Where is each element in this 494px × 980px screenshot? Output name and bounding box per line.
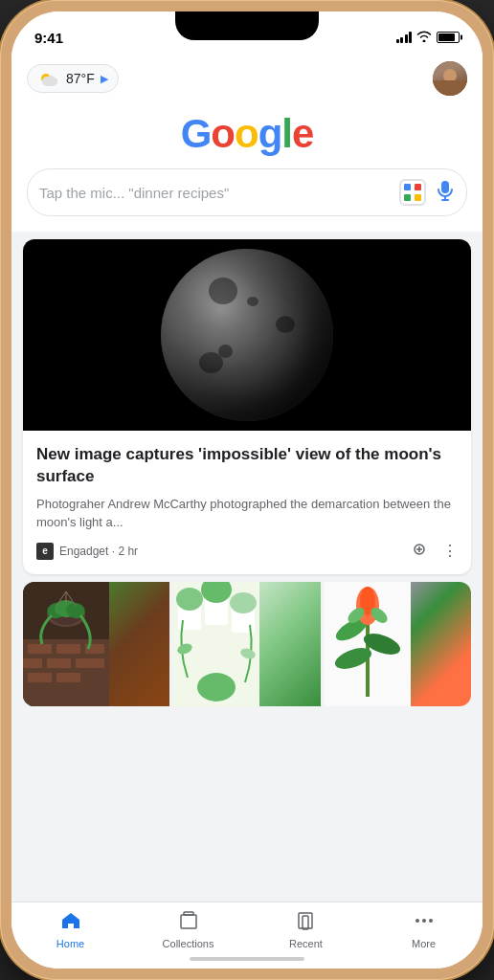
svg-point-51 bbox=[415, 919, 419, 923]
search-icons bbox=[399, 179, 455, 206]
phone-screen: 9:41 bbox=[11, 11, 483, 969]
wifi-icon bbox=[416, 30, 432, 45]
nav-home[interactable]: Home bbox=[11, 910, 129, 949]
plant-svg-3 bbox=[325, 582, 411, 706]
news-snippet: Photograher Andrew McCarthy photographed… bbox=[36, 496, 458, 532]
svg-point-52 bbox=[422, 919, 426, 923]
svg-rect-48 bbox=[184, 912, 193, 915]
svg-rect-17 bbox=[47, 658, 71, 668]
location-arrow-icon: ▶ bbox=[101, 73, 108, 85]
moon-crater-5 bbox=[247, 297, 258, 306]
plant-cards-row[interactable] bbox=[23, 582, 471, 706]
svg-point-53 bbox=[429, 919, 433, 923]
status-icons bbox=[396, 30, 460, 45]
avatar[interactable] bbox=[433, 61, 467, 96]
notch bbox=[175, 11, 319, 40]
news-content: New image captures 'impossible' view of … bbox=[23, 431, 471, 574]
lens-dot-tr bbox=[415, 184, 421, 190]
lens-dot-tl bbox=[404, 184, 411, 190]
plant-card-1[interactable] bbox=[23, 582, 169, 706]
google-logo-container: Google bbox=[11, 107, 483, 168]
content-area[interactable]: 87°F ▶ Google Tap the mic... "dinner rec… bbox=[11, 54, 483, 902]
top-bar: 87°F ▶ bbox=[11, 54, 483, 107]
nav-home-label: Home bbox=[56, 938, 84, 949]
moon-image bbox=[161, 249, 333, 421]
svg-rect-19 bbox=[28, 673, 52, 682]
google-logo: Google bbox=[181, 111, 314, 157]
signal-icon bbox=[396, 32, 413, 43]
home-indicator bbox=[190, 957, 304, 961]
phone-frame: 9:41 bbox=[0, 0, 494, 980]
svg-rect-47 bbox=[181, 915, 196, 928]
svg-rect-20 bbox=[56, 673, 80, 682]
nav-collections-label: Collections bbox=[163, 938, 214, 949]
svg-rect-13 bbox=[28, 644, 52, 654]
home-icon bbox=[60, 910, 81, 935]
battery-icon bbox=[437, 32, 460, 43]
moon-crater-4 bbox=[199, 352, 223, 373]
nav-recent[interactable]: Recent bbox=[247, 910, 365, 949]
google-letter-o1: o bbox=[211, 111, 235, 156]
search-bar-container: Tap the mic... "dinner recipes" bbox=[11, 168, 483, 232]
weather-widget[interactable]: 87°F ▶ bbox=[27, 64, 119, 93]
svg-rect-4 bbox=[46, 81, 55, 86]
news-actions: ⋮ bbox=[412, 542, 458, 561]
news-title: New image captures 'impossible' view of … bbox=[36, 444, 458, 488]
nav-collections[interactable]: Collections bbox=[129, 910, 247, 949]
search-bar[interactable]: Tap the mic... "dinner recipes" bbox=[27, 168, 467, 216]
avatar-image bbox=[433, 61, 467, 96]
signal-bar-4 bbox=[409, 32, 412, 43]
collections-icon bbox=[178, 910, 199, 935]
news-source: e Engadget · 2 hr bbox=[36, 543, 138, 560]
weather-temp: 87°F bbox=[66, 71, 95, 86]
nav-more[interactable]: More bbox=[365, 910, 483, 949]
svg-point-32 bbox=[176, 588, 203, 611]
svg-rect-5 bbox=[441, 181, 449, 193]
news-footer: e Engadget · 2 hr bbox=[36, 542, 458, 561]
weather-icon bbox=[37, 69, 60, 88]
moon-crater-1 bbox=[209, 278, 237, 304]
nav-recent-label: Recent bbox=[289, 938, 323, 949]
status-time: 9:41 bbox=[34, 30, 63, 46]
google-letter-o2: o bbox=[235, 111, 258, 156]
recent-icon bbox=[296, 910, 317, 935]
mic-icon[interactable] bbox=[436, 180, 455, 206]
moon-crater-2 bbox=[276, 316, 295, 333]
lens-dot-bl bbox=[404, 194, 411, 201]
svg-rect-18 bbox=[76, 658, 104, 668]
svg-point-34 bbox=[230, 592, 257, 613]
search-placeholder: Tap the mic... "dinner recipes" bbox=[39, 185, 392, 201]
source-icon: e bbox=[36, 543, 54, 560]
google-letter-e: e bbox=[292, 111, 313, 156]
nav-more-label: More bbox=[412, 938, 436, 949]
lens-dot-br bbox=[415, 194, 421, 201]
lens-icon[interactable] bbox=[399, 179, 426, 206]
google-letter-l: l bbox=[281, 111, 292, 156]
save-article-button[interactable] bbox=[412, 542, 427, 561]
svg-rect-16 bbox=[23, 658, 42, 668]
signal-bar-2 bbox=[400, 37, 403, 43]
signal-bar-1 bbox=[396, 39, 399, 43]
plant-svg-1 bbox=[23, 582, 109, 706]
google-letter-g2: g bbox=[258, 111, 282, 156]
google-letter-g: G bbox=[181, 111, 212, 156]
more-options-button[interactable]: ⋮ bbox=[442, 542, 458, 560]
more-icon bbox=[414, 910, 435, 935]
signal-bar-3 bbox=[405, 34, 408, 43]
svg-rect-14 bbox=[56, 644, 80, 654]
source-name: Engadget · 2 hr bbox=[59, 545, 138, 558]
plant-card-3[interactable] bbox=[325, 582, 471, 706]
plant-svg-2 bbox=[173, 582, 259, 706]
news-card[interactable]: New image captures 'impossible' view of … bbox=[23, 239, 471, 574]
svg-rect-50 bbox=[303, 916, 308, 929]
svg-point-37 bbox=[197, 673, 236, 702]
plant-card-2[interactable] bbox=[173, 582, 320, 706]
news-image bbox=[23, 239, 471, 431]
